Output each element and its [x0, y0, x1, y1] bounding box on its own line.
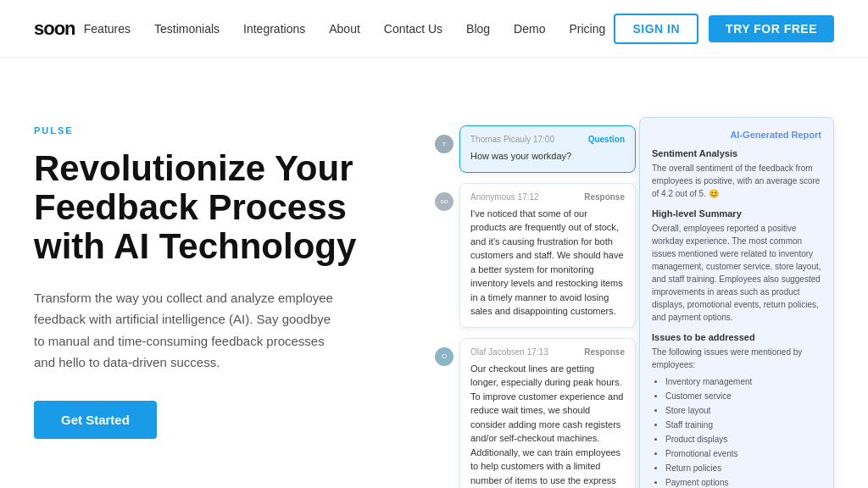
chat-area: T Thomas Picauly 17:00 Question How was …	[432, 125, 636, 488]
issue-4: Staff training	[665, 418, 821, 432]
nav-links: FeaturesTestimonialsIntegrationsAboutCon…	[84, 21, 605, 36]
chat-text-2: I've noticed that some of our products a…	[470, 207, 625, 319]
issue-8: Payment options	[665, 475, 821, 488]
logo[interactable]: soon	[34, 18, 75, 40]
avatar-anon-1: oo	[435, 192, 453, 211]
nav-link-blog[interactable]: Blog	[466, 22, 490, 36]
report-issues-intro: The following issues were mentioned by e…	[652, 346, 821, 371]
hero-illustration: T Thomas Picauly 17:00 Question How was …	[407, 108, 834, 488]
chat-tag-response-1: Response	[584, 192, 625, 202]
ai-report-label: AI-Generated Report	[652, 130, 821, 140]
nav-actions: SIGN IN TRY FOR FREE	[614, 14, 834, 44]
issue-1: Inventory management	[665, 374, 821, 389]
chat-message-response-1: oo Anonymous 17:12 Response I've noticed…	[459, 183, 636, 328]
chat-tag-question: Question	[588, 135, 625, 144]
chat-message-response-2: O Olaf Jacobsen 17:13 Response Our check…	[459, 338, 636, 489]
nav-link-about[interactable]: About	[329, 22, 360, 36]
chat-tag-response-2: Response	[584, 347, 625, 357]
nav-link-pricing[interactable]: Pricing	[569, 22, 605, 36]
signin-button[interactable]: SIGN IN	[614, 14, 698, 44]
report-summary-text: Overall, employees reported a positive w…	[652, 222, 821, 324]
report-issues-title: Issues to be addressed	[652, 332, 821, 342]
report-summary: High-level Summary Overall, employees re…	[652, 208, 821, 324]
chat-user-2: Anonymous 17:12	[470, 192, 539, 202]
hero-left: PULSE Revolutionize Your Feedback Proces…	[34, 108, 390, 439]
issue-6: Promotional events	[665, 446, 821, 461]
issue-5: Product displays	[665, 432, 821, 446]
report-sentiment-text: The overall sentiment of the feedback fr…	[652, 162, 821, 200]
report-summary-title: High-level Summary	[652, 208, 821, 219]
report-sentiment: Sentiment Analysis The overall sentiment…	[652, 148, 821, 200]
avatar-thomas: T	[435, 135, 453, 153]
hero-section: PULSE Revolutionize Your Feedback Proces…	[0, 58, 868, 488]
nav-link-features[interactable]: Features	[84, 22, 131, 36]
issue-2: Customer service	[665, 389, 821, 403]
nav-link-testimonials[interactable]: Testimonials	[154, 22, 220, 36]
chat-header-3: Olaf Jacobsen 17:13 Response	[470, 347, 625, 357]
report-issues: Issues to be addressed The following iss…	[652, 332, 821, 488]
avatar-olaf: O	[435, 347, 453, 366]
issue-3: Store layout	[665, 403, 821, 418]
pulse-label: PULSE	[34, 125, 390, 136]
report-sentiment-title: Sentiment Analysis	[652, 148, 821, 158]
chat-header-2: Anonymous 17:12 Response	[470, 192, 625, 202]
hero-title: Revolutionize Your Feedback Process with…	[34, 149, 390, 267]
cta-button[interactable]: Get Started	[34, 401, 157, 439]
report-issues-list: Inventory management Customer service St…	[652, 374, 821, 488]
nav-link-integrations[interactable]: Integrations	[243, 22, 305, 36]
chat-message-question: T Thomas Picauly 17:00 Question How was …	[459, 125, 636, 173]
chat-header-1: Thomas Picauly 17:00 Question	[470, 135, 625, 144]
chat-text-1: How was your workday?	[470, 149, 625, 164]
nav-link-contact-us[interactable]: Contact Us	[384, 22, 442, 36]
chat-user-1: Thomas Picauly 17:00	[470, 135, 554, 144]
nav-link-demo[interactable]: Demo	[514, 22, 545, 36]
hero-subtitle: Transform the way you collect and analyz…	[34, 287, 339, 374]
chat-user-3: Olaf Jacobsen 17:13	[470, 347, 548, 357]
issue-7: Return policies	[665, 461, 821, 475]
try-button[interactable]: TRY FOR FREE	[709, 15, 834, 42]
chat-text-3: Our checkout lines are getting longer, e…	[470, 362, 625, 489]
ai-report-panel: AI-Generated Report Sentiment Analysis T…	[639, 117, 834, 488]
navbar: soon FeaturesTestimonialsIntegrationsAbo…	[0, 0, 868, 58]
